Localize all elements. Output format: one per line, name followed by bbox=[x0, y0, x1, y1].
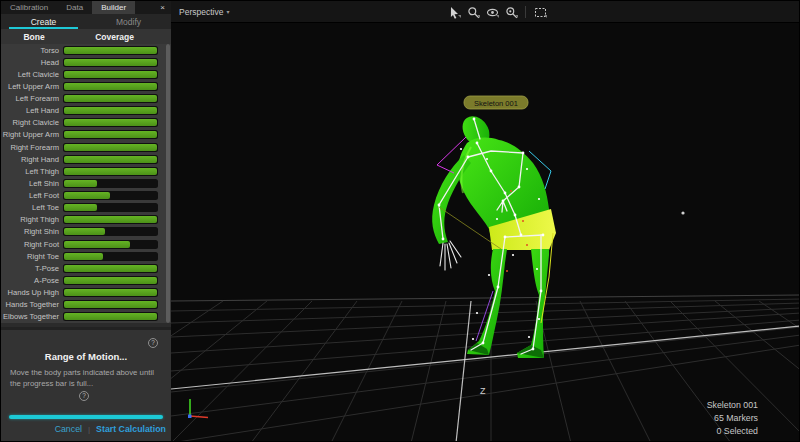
coverage-bar bbox=[63, 94, 158, 103]
coverage-bar bbox=[63, 215, 158, 224]
coverage-bar bbox=[63, 179, 158, 188]
ground-grid bbox=[171, 295, 800, 442]
viewport-toolbar: Perspective ▾ bbox=[171, 1, 800, 23]
panel-title: Range of Motion... bbox=[1, 351, 171, 362]
bone-label: Right Upper Arm bbox=[1, 130, 63, 139]
bone-row: Hands Together bbox=[1, 299, 171, 311]
coverage-bar-fill bbox=[64, 289, 157, 296]
coverage-bar bbox=[63, 130, 158, 139]
panel-buttons: Cancel | Start Calculation bbox=[55, 424, 166, 434]
coverage-bar-fill bbox=[64, 301, 157, 308]
bone-label: Left Thigh bbox=[1, 167, 63, 176]
coverage-bar bbox=[63, 106, 158, 115]
coverage-bar-fill bbox=[64, 107, 157, 114]
column-bone: Bone bbox=[1, 32, 67, 42]
bone-row: Right Foot bbox=[1, 238, 171, 250]
hand-fingers bbox=[440, 241, 461, 270]
coverage-bar-fill bbox=[64, 47, 157, 54]
coverage-bar-fill bbox=[64, 204, 97, 211]
toolbar-divider bbox=[525, 6, 526, 18]
sidebar-scrollbar[interactable] bbox=[166, 44, 170, 323]
bone-row: Right Upper Arm bbox=[1, 129, 171, 141]
coverage-bar-fill bbox=[64, 119, 157, 126]
coverage-bar-fill bbox=[64, 59, 157, 66]
z-axis-label: Z bbox=[480, 386, 486, 396]
close-icon[interactable]: × bbox=[154, 1, 171, 14]
status-skeleton-name: Skeleton 001 bbox=[707, 399, 758, 412]
coverage-bar-fill bbox=[64, 313, 157, 320]
calibration-progress-fill bbox=[9, 415, 163, 419]
coverage-bar bbox=[63, 288, 158, 297]
motive-window: Calibration Data Builder × Create Modify… bbox=[0, 0, 800, 442]
coverage-bar bbox=[63, 118, 158, 127]
bone-label: Left Forearm bbox=[1, 94, 63, 103]
coverage-bar bbox=[63, 252, 158, 261]
bone-row: Left Upper Arm bbox=[1, 80, 171, 92]
bone-row: T-Pose bbox=[1, 262, 171, 274]
bone-row: Left Toe bbox=[1, 202, 171, 214]
coverage-bar-fill bbox=[64, 277, 157, 284]
skeleton-model[interactable] bbox=[432, 111, 556, 358]
bone-label: Left Foot bbox=[1, 191, 63, 200]
column-coverage: Coverage bbox=[67, 32, 162, 42]
bone-coverage-list: Torso Head Left Clavicle Left Up bbox=[1, 44, 171, 323]
coverage-bar bbox=[63, 82, 158, 91]
coverage-bar bbox=[63, 312, 158, 321]
zoom-icon[interactable] bbox=[466, 5, 480, 19]
subtab-create[interactable]: Create bbox=[1, 14, 86, 29]
help-icon[interactable]: ? bbox=[79, 391, 89, 401]
help-icon[interactable]: ? bbox=[148, 338, 158, 348]
coverage-bar bbox=[63, 58, 158, 67]
bone-row: Left Clavicle bbox=[1, 68, 171, 80]
bone-row: Left Foot bbox=[1, 190, 171, 202]
panel-description: Move the body parts indicated above unti… bbox=[1, 367, 171, 389]
tab-data[interactable]: Data bbox=[57, 1, 92, 14]
status-marker-count: 65 Markers bbox=[707, 412, 758, 425]
skeleton-name-tag[interactable]: Skeleton 001 bbox=[464, 96, 528, 109]
3d-viewport[interactable]: Perspective ▾ bbox=[171, 1, 800, 442]
camera-view-dropdown[interactable]: Perspective ▾ bbox=[171, 7, 229, 17]
bone-row: Left Shin bbox=[1, 177, 171, 189]
coverage-bar-fill bbox=[64, 168, 157, 175]
cancel-button[interactable]: Cancel bbox=[55, 424, 82, 434]
bone-label: Right Toe bbox=[1, 252, 63, 261]
coverage-bar-fill bbox=[64, 83, 157, 90]
orbit-eye-icon[interactable] bbox=[485, 5, 499, 19]
bone-row: Right Hand bbox=[1, 153, 171, 165]
coverage-bar-fill bbox=[64, 253, 103, 260]
camera-view-label: Perspective bbox=[179, 7, 223, 17]
scrollbar-thumb[interactable] bbox=[166, 44, 170, 323]
zoom-selected-icon[interactable] bbox=[504, 5, 518, 19]
builder-sidebar: Calibration Data Builder × Create Modify… bbox=[1, 1, 171, 442]
coverage-bar-fill bbox=[64, 180, 97, 187]
coverage-bar-fill bbox=[64, 95, 157, 102]
calibration-progress-bar bbox=[9, 415, 163, 419]
tab-builder[interactable]: Builder bbox=[92, 1, 135, 14]
bone-row: Right Clavicle bbox=[1, 117, 171, 129]
subtab-modify[interactable]: Modify bbox=[86, 14, 171, 29]
bone-row: Right Toe bbox=[1, 250, 171, 262]
bone-label: Head bbox=[1, 58, 63, 67]
bone-row: Torso bbox=[1, 44, 171, 56]
bone-row: Right Thigh bbox=[1, 214, 171, 226]
marquee-select-icon[interactable] bbox=[533, 5, 547, 19]
unlabeled-marker-dot[interactable] bbox=[681, 211, 684, 214]
3d-scene[interactable]: Z bbox=[171, 23, 800, 442]
coverage-bar-fill bbox=[64, 156, 157, 163]
bone-label: Right Foot bbox=[1, 240, 63, 249]
coverage-bar-fill bbox=[64, 131, 157, 138]
selection-status: Skeleton 001 65 Markers 0 Selected bbox=[707, 399, 758, 438]
tab-calibration[interactable]: Calibration bbox=[1, 1, 57, 14]
coverage-bar bbox=[63, 191, 158, 200]
builder-mode-tabs: Create Modify bbox=[1, 14, 171, 29]
select-cursor-icon[interactable] bbox=[447, 5, 461, 19]
range-of-motion-panel: ? Range of Motion... Move the body parts… bbox=[1, 327, 171, 442]
coverage-bar bbox=[63, 46, 158, 55]
bone-row: Left Thigh bbox=[1, 165, 171, 177]
bone-label: Hands Together bbox=[1, 300, 63, 309]
coverage-bar bbox=[63, 203, 158, 212]
bone-label: A-Pose bbox=[1, 276, 63, 285]
coverage-bar bbox=[63, 240, 158, 249]
start-calculation-button[interactable]: Start Calculation bbox=[96, 424, 166, 434]
chevron-down-icon: ▾ bbox=[226, 8, 229, 15]
